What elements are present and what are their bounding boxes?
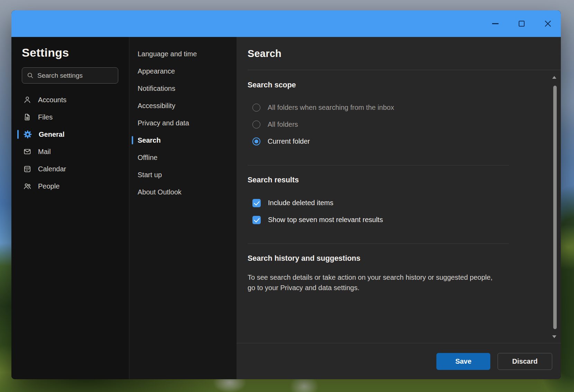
scrollbar-thumb[interactable] [553,86,557,329]
subnav-item-privacy-and-data[interactable]: Privacy and data [129,114,237,132]
radio-icon [252,121,260,128]
maximize-button[interactable] [508,10,535,37]
subnav-item-label: Privacy and data [138,119,189,127]
panel-header: Search [237,37,561,70]
sidebar-item-general[interactable]: General [11,126,129,143]
sidebar-item-label: Files [38,113,53,121]
person-icon [23,96,31,104]
subnav-item-appearance[interactable]: Appearance [129,63,237,80]
subnav-item-language-and-time[interactable]: Language and time [129,45,237,63]
checkbox-include-deleted-items[interactable]: Include deleted items [248,194,561,211]
section-divider [248,243,509,244]
sidebar-item-files[interactable]: Files [11,108,129,126]
people-icon [23,182,31,190]
subnav-item-start-up[interactable]: Start up [129,166,237,183]
close-button[interactable] [535,10,561,37]
section-heading-search-history: Search history and suggestions [248,254,561,263]
general-subnav: Language and time Appearance Notificatio… [129,37,237,379]
panel-scroll-area: Search scope All folders when searching … [237,70,561,343]
page-title: Search [248,48,281,59]
minimize-button[interactable] [482,10,508,37]
sidebar-nav: Accounts Files [11,91,129,195]
subnav-item-label: About Outlook [138,188,182,196]
radio-icon [252,104,260,112]
sidebar-item-label: Calendar [38,165,66,173]
radio-all-folders[interactable]: All folders [248,116,561,133]
calendar-icon [23,165,31,173]
settings-window: Settings Accounts Files [11,10,561,379]
scrollbar-up-arrow-icon[interactable] [552,76,556,79]
subnav-item-accessibility[interactable]: Accessibility [129,97,237,114]
search-input[interactable] [37,72,113,79]
settings-search-box[interactable] [22,67,118,84]
section-heading-search-scope: Search scope [248,80,561,89]
sidebar-item-people[interactable]: People [11,178,129,195]
gear-icon [23,130,32,139]
subnav-item-notifications[interactable]: Notifications [129,80,237,97]
section-divider [248,165,509,165]
minimize-icon [492,23,499,24]
search-scope-radio-group: All folders when searching from the inbo… [248,99,561,150]
search-history-description: To see search details or take action on … [248,273,497,293]
window-body: Settings Accounts Files [11,37,561,379]
close-icon [545,20,551,27]
section-heading-search-results: Search results [248,175,561,184]
sidebar-item-label: Accounts [38,96,66,104]
sidebar-item-mail[interactable]: Mail [11,143,129,160]
radio-label: Current folder [268,137,310,145]
window-controls [482,10,561,37]
sidebar-item-accounts[interactable]: Accounts [11,91,129,108]
subnav-item-label: Notifications [138,85,175,93]
save-button[interactable]: Save [436,353,490,370]
checkbox-label: Show top seven most relevant results [268,216,383,224]
subnav-item-label: Accessibility [138,102,175,110]
subnav-item-label: Start up [138,171,162,179]
subnav-item-label: Appearance [138,67,175,75]
subnav-item-offline[interactable]: Offline [129,149,237,166]
scrollbar-down-arrow-icon[interactable] [552,335,556,338]
search-results-checkbox-group: Include deleted items Show top seven mos… [248,194,561,228]
subnav-item-search[interactable]: Search [129,132,237,149]
checkbox-checked-icon [252,199,261,207]
titlebar[interactable] [11,10,561,37]
discard-button[interactable]: Discard [498,353,552,370]
checkbox-show-top-seven[interactable]: Show top seven most relevant results [248,211,561,228]
subnav-item-about-outlook[interactable]: About Outlook [129,183,237,201]
search-settings-panel: Search Search scope All folders when sea… [237,37,561,379]
radio-label: All folders when searching from the inbo… [268,104,394,112]
radio-icon-selected [252,137,260,145]
document-icon [23,113,31,121]
checkbox-label: Include deleted items [268,199,333,207]
maximize-icon [519,21,525,27]
subnav-item-label: Language and time [138,50,197,58]
radio-current-folder[interactable]: Current folder [248,133,561,150]
sidebar-item-label: Mail [38,148,51,156]
sidebar-item-calendar[interactable]: Calendar [11,160,129,178]
settings-title: Settings [22,45,129,60]
sidebar-item-label: General [39,131,64,138]
settings-sidebar: Settings Accounts Files [11,37,129,379]
checkbox-checked-icon [252,216,261,224]
panel-footer: Save Discard [237,343,561,379]
mail-icon [23,147,31,156]
radio-all-folders-inbox[interactable]: All folders when searching from the inbo… [248,99,561,116]
sidebar-item-label: People [38,182,59,190]
selection-accent-bar [17,130,19,139]
subnav-item-label: Offline [138,154,157,162]
search-icon [27,72,34,79]
subnav-item-label: Search [138,136,161,144]
radio-label: All folders [268,121,298,128]
